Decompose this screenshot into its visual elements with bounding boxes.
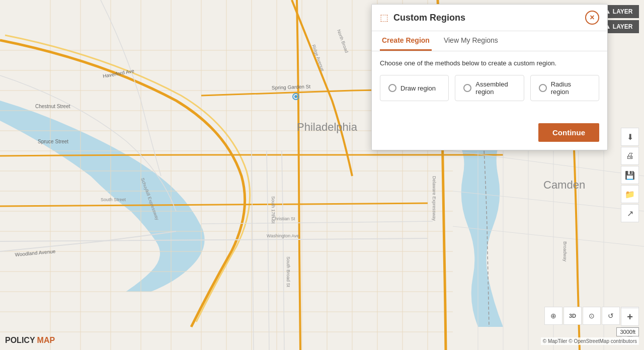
dialog-title-row: ⬚ Custom Regions xyxy=(380,12,465,23)
print-btn[interactable]: 🖨 xyxy=(621,147,639,165)
draw-region-option[interactable]: Draw region xyxy=(380,75,449,101)
assembled-region-radio[interactable] xyxy=(463,84,471,92)
dialog-close-btn[interactable]: × xyxy=(585,11,599,25)
svg-text:Camden: Camden xyxy=(543,179,585,191)
scale-bar: 3000ft xyxy=(616,327,639,336)
radius-region-label: Radius region xyxy=(551,80,591,96)
tab-create-region[interactable]: Create Region xyxy=(380,31,432,51)
dialog-body: Choose one of the methods below to creat… xyxy=(372,51,607,119)
3d-toggle-btn[interactable]: 3D xyxy=(564,307,582,325)
svg-text:South Street: South Street xyxy=(101,197,126,202)
tab-view-my-regions[interactable]: View My Regions xyxy=(442,31,500,51)
select-tool-btn[interactable]: ⊕ xyxy=(544,307,562,325)
location-btn[interactable]: ⊙ xyxy=(583,307,601,325)
svg-text:South Broad St: South Broad St xyxy=(286,256,291,288)
svg-text:Chestnut Street: Chestnut Street xyxy=(35,104,70,109)
assembled-region-option[interactable]: Assembled region xyxy=(455,75,524,101)
custom-regions-dialog: ⬚ Custom Regions × Create Region View My… xyxy=(371,4,608,150)
scale-attribution: 3000ft © MapTiler © OpenStreetMap contri… xyxy=(541,327,639,345)
svg-text:Spruce Street: Spruce Street xyxy=(38,139,68,144)
zoom-in-btn[interactable]: + xyxy=(621,308,639,326)
save-btn[interactable]: 💾 xyxy=(621,166,639,184)
svg-text:Delaware Expressway: Delaware Expressway xyxy=(432,176,437,221)
radio-options: Draw region Assembled region Radius regi… xyxy=(380,75,599,101)
logo-map-text: MAP xyxy=(37,336,55,345)
folder-btn[interactable]: 📁 xyxy=(621,185,639,203)
dialog-footer: Continue xyxy=(372,119,607,150)
draw-region-radio[interactable] xyxy=(388,84,396,92)
svg-text:Philadelphia: Philadelphia xyxy=(297,121,358,133)
download-btn[interactable]: ⬇ xyxy=(621,128,639,146)
dialog-header: ⬚ Custom Regions × xyxy=(372,5,607,31)
svg-point-58 xyxy=(294,95,297,98)
dialog-instruction: Choose one of the methods below to creat… xyxy=(380,59,599,67)
svg-text:Broadway: Broadway xyxy=(562,241,568,262)
dialog-title-text: Custom Regions xyxy=(393,13,465,23)
dialog-title-icon: ⬚ xyxy=(380,12,388,23)
radius-region-option[interactable]: Radius region xyxy=(530,75,599,101)
share-btn[interactable]: ↗ xyxy=(621,204,639,222)
continue-button[interactable]: Continue xyxy=(538,123,599,142)
logo-policy-text: POLICY xyxy=(5,336,35,345)
assembled-region-label: Assembled region xyxy=(475,80,515,96)
refresh-btn[interactable]: ↺ xyxy=(602,307,620,325)
svg-text:Washington Ave.: Washington Ave. xyxy=(267,233,300,238)
radius-region-radio[interactable] xyxy=(539,84,547,92)
draw-region-label: Draw region xyxy=(400,84,436,92)
svg-text:Christian St: Christian St xyxy=(272,216,295,221)
bottom-row: POLICY MAP 3000ft © MapTiler © OpenStree… xyxy=(0,327,644,345)
policymap-logo: POLICY MAP xyxy=(5,336,55,345)
attribution-text: © MapTiler © OpenStreetMap contributors xyxy=(541,337,639,345)
dialog-tabs: Create Region View My Regions xyxy=(372,31,607,51)
right-toolbar: ⬇ 🖨 💾 📁 ↗ xyxy=(621,128,639,222)
